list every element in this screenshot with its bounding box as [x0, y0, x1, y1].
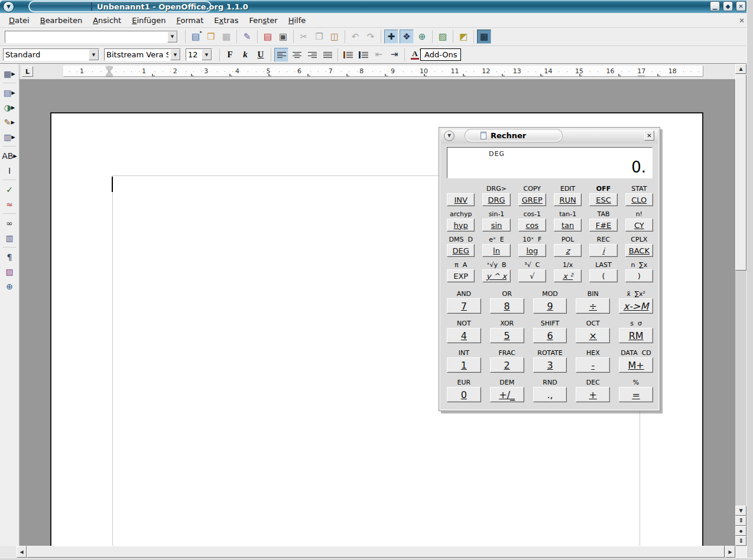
calc-button-m-plus[interactable]: M+	[619, 357, 653, 373]
calc-button-7[interactable]: 7	[447, 298, 481, 314]
align-justify-button[interactable]	[320, 48, 335, 62]
document-close-button[interactable]: ✕	[739, 17, 745, 25]
calc-button-divide[interactable]: ÷	[576, 298, 610, 314]
menu-bearbeiten[interactable]: Bearbeiten	[35, 14, 87, 27]
calc-button-tan[interactable]: tan	[554, 219, 582, 232]
calc-button-inv[interactable]: INV	[447, 193, 475, 206]
calc-button-paren-open[interactable]: (	[589, 269, 617, 282]
calc-button-store[interactable]: x->M	[619, 298, 653, 314]
calc-button-run[interactable]: RUN	[554, 193, 582, 206]
calc-button-hyp[interactable]: hyp	[447, 219, 475, 232]
online-layout-button[interactable]: ⊕	[2, 279, 17, 293]
align-left-button[interactable]	[274, 48, 288, 62]
menu-einfgen[interactable]: Einfügen	[126, 14, 171, 27]
calc-button-0[interactable]: 0	[447, 387, 481, 402]
menu-hilfe[interactable]: Hilfe	[283, 14, 311, 27]
navigator-button[interactable]: ✚	[384, 30, 398, 44]
vertical-scrollbar[interactable]: ▲ ▼ ⇞ ● ⇟	[735, 64, 746, 546]
calc-button-9[interactable]: 9	[533, 298, 567, 314]
calculator-shade-button[interactable]: ▼	[444, 131, 455, 141]
calc-button-3[interactable]: 3	[533, 357, 567, 373]
paste-button[interactable]: ◫	[327, 30, 342, 44]
calc-button-clo[interactable]: CLO	[625, 193, 653, 206]
graphics-on-off-button[interactable]: ▨	[2, 265, 17, 278]
insert-object-button[interactable]: ◑▸	[2, 100, 17, 114]
calc-button-5[interactable]: 5	[490, 328, 524, 343]
calc-button-z[interactable]: z	[554, 244, 582, 257]
copy-button[interactable]: ❐	[312, 30, 326, 44]
insert-button[interactable]: ▦▸	[2, 67, 17, 80]
calc-button-decimal[interactable]: .,	[533, 387, 567, 402]
font-name-input[interactable]	[105, 49, 170, 60]
calc-button-i[interactable]: i	[589, 244, 617, 257]
menu-extras[interactable]: Extras	[209, 14, 244, 27]
calculator-titlebar[interactable]: ▼ Rechner ✕	[441, 129, 658, 144]
calc-button-deg[interactable]: DEG	[447, 244, 475, 257]
calculator-close-button[interactable]: ✕	[644, 131, 654, 141]
scroll-right-button[interactable]: ▶	[725, 546, 735, 558]
align-right-button[interactable]	[305, 48, 319, 62]
add-ons-button[interactable]: ◩	[456, 30, 470, 44]
font-size-input[interactable]	[186, 49, 202, 60]
data-sources-button[interactable]: ▥	[2, 231, 17, 245]
url-dropdown-button[interactable]: ▼	[167, 31, 177, 43]
calc-button-back[interactable]: BACK	[625, 244, 653, 257]
maximize-button[interactable]: ◆	[723, 1, 733, 11]
tab-type-selector[interactable]: L	[22, 66, 33, 77]
font-name-dropdown-button[interactable]: ▼	[170, 49, 180, 60]
calc-button-sign[interactable]: +/_	[490, 387, 524, 402]
open-document-button[interactable]: ❒	[204, 30, 218, 44]
draw-functions-button[interactable]: ✎▸	[2, 115, 17, 129]
underline-button[interactable]: U	[254, 48, 268, 62]
calc-button-ln[interactable]: ln	[482, 244, 510, 257]
font-size-dropdown-button[interactable]: ▼	[202, 49, 212, 60]
scroll-left-button[interactable]: ◀	[17, 546, 27, 558]
redo-button[interactable]: ↷	[363, 30, 378, 44]
scroll-up-button[interactable]: ▲	[735, 64, 746, 74]
vertical-scroll-thumb[interactable]	[735, 74, 746, 271]
calc-button-fe[interactable]: F#E	[589, 219, 617, 232]
menu-datei[interactable]: Datei	[4, 14, 35, 27]
paragraph-style-input[interactable]	[4, 49, 89, 60]
gallery-button[interactable]: ▨	[436, 30, 450, 44]
next-page-button[interactable]: ⇟	[735, 536, 746, 546]
paragraph-style-dropdown-button[interactable]: ▼	[89, 49, 99, 60]
previous-page-button[interactable]: ⇞	[735, 516, 746, 526]
decrease-indent-button[interactable]: ⇤	[372, 48, 386, 62]
calc-button-multiply[interactable]: ×	[576, 328, 610, 343]
minimize-button[interactable]: ▁	[710, 1, 720, 11]
calc-button-sqrt[interactable]: √	[518, 269, 546, 282]
calc-button-minus[interactable]: -	[576, 357, 610, 373]
stylist-button[interactable]: ❖	[400, 30, 414, 44]
calc-button-8[interactable]: 8	[490, 298, 524, 314]
calc-button-sin[interactable]: sin	[482, 219, 510, 232]
calc-button-pow[interactable]: y ^ x	[482, 269, 510, 282]
undo-button[interactable]: ↶	[348, 30, 362, 44]
cut-button[interactable]: ✂	[297, 30, 311, 44]
horizontal-scrollbar[interactable]: ◀ ▶	[17, 546, 735, 558]
titlebar-pill[interactable]: Unbenannt1 - OpenOffice.org 1.1.0	[28, 1, 212, 12]
menu-fenster[interactable]: Fenster	[244, 14, 283, 27]
calc-button-cos[interactable]: cos	[518, 219, 546, 232]
calc-button-cy[interactable]: CY	[625, 219, 653, 232]
window-menu-button[interactable]: ▼	[3, 1, 14, 12]
bullets-on-off-button[interactable]	[356, 48, 371, 62]
save-document-button[interactable]: ▦	[219, 30, 233, 44]
calc-button-recall[interactable]: RM	[619, 328, 653, 343]
new-document-button[interactable]: ▤▸	[189, 30, 203, 44]
calc-button-drg[interactable]: DRG	[482, 193, 510, 206]
calc-button-plus[interactable]: +	[576, 387, 610, 402]
navigation-button[interactable]: ●	[735, 526, 746, 536]
url-input[interactable]	[5, 31, 167, 43]
nonprinting-characters-button[interactable]: ¶	[2, 250, 17, 263]
calculator-button[interactable]: ▦	[477, 30, 491, 44]
menu-format[interactable]: Format	[171, 14, 209, 27]
calc-button-exp[interactable]: EXP	[447, 269, 475, 282]
calc-button-log[interactable]: log	[518, 244, 546, 257]
spellcheck-button[interactable]: ✓	[2, 183, 17, 196]
edit-file-button[interactable]: ✎	[240, 30, 254, 44]
close-button[interactable]: ✕	[736, 1, 746, 11]
find-replace-button[interactable]: ∞	[2, 216, 17, 230]
calc-button-square[interactable]: x ²	[554, 269, 582, 282]
italic-button[interactable]: k	[238, 48, 252, 62]
